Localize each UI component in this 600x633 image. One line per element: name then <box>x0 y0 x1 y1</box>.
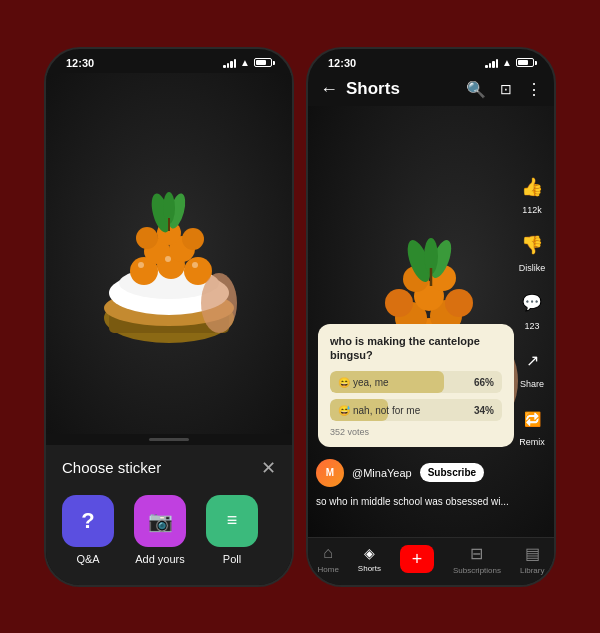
like-icon: 👍 <box>516 171 548 203</box>
remix-icon: 🔁 <box>516 403 548 435</box>
svg-point-34 <box>445 289 473 317</box>
search-icon[interactable]: 🔍 <box>466 80 486 99</box>
share-icon: ↗ <box>516 345 548 377</box>
sticker-options: ? Q&A 📷 Add yours ≡ Poll <box>62 495 276 565</box>
subscriptions-icon: ⊟ <box>470 544 483 563</box>
sticker-title: Choose sticker <box>62 459 161 476</box>
sticker-option-poll[interactable]: ≡ Poll <box>206 495 258 565</box>
nav-home[interactable]: ⌂ Home <box>318 544 339 574</box>
remix-label: Remix <box>519 437 545 447</box>
svg-point-15 <box>165 256 171 262</box>
nav-shorts[interactable]: ◈ Shorts <box>358 545 381 573</box>
channel-name[interactable]: @MinaYeap <box>352 467 412 479</box>
sticker-panel: Choose sticker ✕ ? Q&A 📷 Add yours <box>46 445 292 585</box>
phone1-video <box>46 73 292 434</box>
poll-option-1[interactable]: 😄 yea, me 66% <box>330 371 502 393</box>
poll-bar-1: 😄 yea, me 66% <box>330 371 502 393</box>
remix-button[interactable]: 🔁 Remix <box>516 403 548 447</box>
battery-icon <box>254 58 272 67</box>
comment-icon: 💬 <box>516 287 548 319</box>
library-label: Library <box>520 566 544 575</box>
battery-icon-2 <box>516 58 534 67</box>
status-icons-1: ▲ <box>223 57 272 68</box>
phone-2: 12:30 ▲ ← Shorts 🔍 <box>306 47 556 587</box>
addyours-label: Add yours <box>135 553 185 565</box>
divider <box>149 438 189 441</box>
more-icon[interactable]: ⋮ <box>526 80 542 99</box>
fruit-bowl-1 <box>46 73 292 434</box>
phone-1: 12:30 ▲ <box>44 47 294 587</box>
svg-point-16 <box>192 262 198 268</box>
home-label: Home <box>318 565 339 574</box>
channel-bar: M @MinaYeap Subscribe <box>316 459 509 487</box>
phones-container: 12:30 ▲ <box>44 47 556 587</box>
wifi-icon: ▲ <box>240 57 250 68</box>
like-button[interactable]: 👍 112k <box>516 171 548 215</box>
poll-votes: 352 votes <box>330 427 502 437</box>
dislike-label: Dislike <box>519 263 546 273</box>
bottom-nav: ⌂ Home ◈ Shorts + ⊟ Subscriptions ▤ Libr… <box>308 537 554 585</box>
poll-option-text-1: 😄 yea, me <box>338 376 389 387</box>
qa-icon: ? <box>62 495 114 547</box>
nav-add[interactable]: + <box>400 545 434 573</box>
share-button[interactable]: ↗ Share <box>516 345 548 389</box>
add-button[interactable]: + <box>400 545 434 573</box>
shorts-header: ← Shorts 🔍 ⊡ ⋮ <box>308 73 554 106</box>
share-label: Share <box>520 379 544 389</box>
sticker-header: Choose sticker ✕ <box>62 457 276 479</box>
addyours-icon: 📷 <box>134 495 186 547</box>
shorts-nav-label: Shorts <box>358 564 381 573</box>
signal-icon <box>223 58 236 68</box>
status-bar-2: 12:30 ▲ <box>308 49 554 73</box>
poll-pct-2: 34% <box>474 404 494 415</box>
svg-point-33 <box>385 289 413 317</box>
phone2-content: ← Shorts 🔍 ⊡ ⋮ <box>308 73 554 585</box>
svg-point-14 <box>138 262 144 268</box>
like-count: 112k <box>522 205 542 215</box>
signal-icon-2 <box>485 58 498 68</box>
caption-text: so who in middle school was obsessed wi.… <box>316 496 509 507</box>
comment-button[interactable]: 💬 123 <box>516 287 548 331</box>
svg-point-21 <box>201 273 237 333</box>
poll-card: who is making the cantelope bingsu? 😄 ye… <box>318 324 514 447</box>
status-bar-1: 12:30 ▲ <box>46 49 292 73</box>
poll-icon: ≡ <box>206 495 258 547</box>
camera-icon[interactable]: ⊡ <box>500 81 512 97</box>
channel-avatar: M <box>316 459 344 487</box>
time-1: 12:30 <box>66 57 94 69</box>
poll-pct-1: 66% <box>474 376 494 387</box>
shorts-nav-icon: ◈ <box>364 545 375 561</box>
dislike-button[interactable]: 👎 Dislike <box>516 229 548 273</box>
cantaloupe-art-1 <box>89 153 249 353</box>
svg-point-13 <box>182 228 204 250</box>
poll-question: who is making the cantelope bingsu? <box>330 334 502 363</box>
subscriptions-label: Subscriptions <box>453 566 501 575</box>
caption-bar: so who in middle school was obsessed wi.… <box>316 491 509 509</box>
home-icon: ⌂ <box>323 544 333 562</box>
status-icons-2: ▲ <box>485 57 534 68</box>
shorts-video[interactable]: who is making the cantelope bingsu? 😄 ye… <box>308 106 554 537</box>
comment-count: 123 <box>524 321 539 331</box>
sticker-option-addyours[interactable]: 📷 Add yours <box>134 495 186 565</box>
nav-library[interactable]: ▤ Library <box>520 544 544 575</box>
side-actions: 👍 112k 👎 Dislike 💬 123 ↗ Share <box>516 171 548 447</box>
qa-label: Q&A <box>76 553 99 565</box>
subscribe-button[interactable]: Subscribe <box>420 463 484 482</box>
wifi-icon-2: ▲ <box>502 57 512 68</box>
header-icons: 🔍 ⊡ ⋮ <box>466 80 542 99</box>
close-button[interactable]: ✕ <box>261 457 276 479</box>
shorts-page-title: Shorts <box>346 79 458 99</box>
sticker-option-qa[interactable]: ? Q&A <box>62 495 114 565</box>
dislike-icon: 👎 <box>516 229 548 261</box>
poll-label: Poll <box>223 553 241 565</box>
library-icon: ▤ <box>525 544 540 563</box>
poll-option-2[interactable]: 😅 nah, not for me 34% <box>330 399 502 421</box>
phone1-content: Choose sticker ✕ ? Q&A 📷 Add yours <box>46 73 292 585</box>
poll-option-text-2: 😅 nah, not for me <box>338 404 420 415</box>
back-button[interactable]: ← <box>320 79 338 100</box>
time-2: 12:30 <box>328 57 356 69</box>
nav-subscriptions[interactable]: ⊟ Subscriptions <box>453 544 501 575</box>
svg-point-12 <box>136 227 158 249</box>
poll-bar-2: 😅 nah, not for me 34% <box>330 399 502 421</box>
